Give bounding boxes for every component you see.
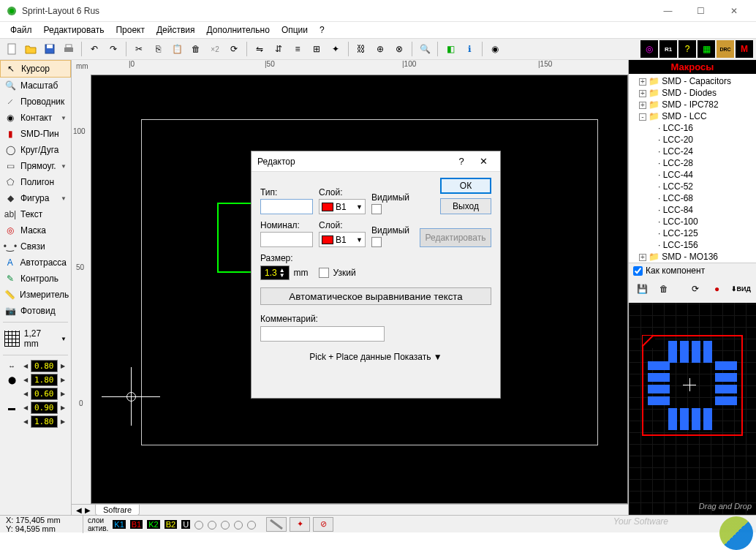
grid-display[interactable]: 1,27 mm ▼ [0, 325, 71, 352]
r1-icon[interactable]: R1 [659, 40, 677, 58]
tool6-icon[interactable]: ⛓ [352, 40, 370, 58]
macro-leaf[interactable]: · LCC-84 [630, 204, 755, 216]
tool-text[interactable]: ab|Текст [0, 206, 71, 222]
new-icon[interactable] [3, 40, 20, 58]
macro-leaf[interactable]: · LCC-24 [630, 146, 755, 157]
auto-align-button[interactable]: Автоматическое выравнивание текста [260, 287, 491, 305]
mirror-v-icon[interactable]: ⇵ [270, 40, 287, 58]
tool-cursor[interactable]: ↖Курсор [0, 60, 71, 78]
track-param-4[interactable]: ◀1.80▶ [3, 415, 68, 428]
grid2-icon[interactable]: ▦ [698, 40, 715, 58]
macro-leaf[interactable]: · LCC-68 [630, 192, 755, 204]
macro-node[interactable]: +📁 SMD - Diodes [630, 87, 755, 99]
type-layer-select[interactable]: B1▼ [319, 199, 366, 214]
status-mode2-icon[interactable]: ✦ [290, 517, 310, 532]
nominal-visible-checkbox[interactable] [371, 237, 382, 247]
paste-icon[interactable]: 📋 [168, 40, 186, 58]
board-tab[interactable]: Softrare [95, 505, 140, 516]
comment-input[interactable] [260, 326, 385, 342]
type-visible-checkbox[interactable] [371, 204, 382, 214]
dialog-close-button[interactable]: ✕ [472, 156, 494, 167]
undo-icon[interactable]: ↶ [86, 40, 103, 58]
macro-delete-icon[interactable]: 🗑 [655, 280, 673, 298]
macro-node[interactable]: -📁 SMD - LCC [630, 110, 755, 122]
tool-poly[interactable]: ⬠Полигон [0, 174, 71, 190]
pickplace-toggle[interactable]: Pick + Place данные Показать ▼ [260, 342, 491, 362]
menu-help[interactable]: ? [314, 23, 330, 37]
maximize-button[interactable]: ☐ [684, 0, 717, 22]
exit-button[interactable]: Выход [440, 198, 491, 214]
macro-preview[interactable]: Drag and Drop [629, 303, 756, 515]
rec-icon[interactable]: ◎ [640, 40, 658, 58]
nominal-layer-select[interactable]: B1▼ [319, 232, 366, 247]
macro-view-button[interactable]: ⬇ВИД [730, 280, 752, 298]
delete-icon[interactable]: 🗑 [187, 40, 205, 58]
tool10-icon[interactable]: ◉ [486, 40, 504, 58]
layer-radio-u[interactable] [247, 521, 256, 530]
status-mode3-icon[interactable]: ⊘ [313, 517, 333, 532]
save-icon[interactable] [41, 40, 58, 58]
macro-rec-icon[interactable]: ● [708, 280, 726, 298]
narrow-checkbox[interactable] [319, 268, 329, 278]
rotate-icon[interactable]: ⟳ [225, 40, 243, 58]
menu-project[interactable]: Проект [110, 23, 151, 37]
track-param-2[interactable]: ◀0.60▶ [3, 388, 68, 400]
macro-leaf[interactable]: · LCC-28 [630, 157, 755, 169]
macro-node[interactable]: +📁 SMD - MO136 [630, 251, 755, 263]
minimize-button[interactable]: — [651, 0, 684, 22]
duplicate-icon[interactable]: ×2 [206, 40, 224, 58]
open-icon[interactable] [22, 40, 39, 58]
macro-tree[interactable]: +📁 SMD - Capacitors+📁 SMD - Diodes+📁 SMD… [629, 74, 756, 263]
tool-link[interactable]: •‿•Связи [0, 238, 71, 255]
status-mode1-icon[interactable] [266, 517, 287, 532]
as-component-checkbox[interactable] [633, 266, 643, 276]
layer-radio-b1[interactable] [208, 521, 216, 530]
macro-leaf[interactable]: · LCC-44 [630, 169, 755, 181]
macro-leaf[interactable]: · LCC-20 [630, 134, 755, 146]
tool7-icon[interactable]: ⊕ [371, 40, 389, 58]
m-icon[interactable]: М [736, 40, 753, 58]
tool8-icon[interactable]: ⊗ [390, 40, 408, 58]
tool9-icon[interactable]: ◧ [442, 40, 459, 58]
tool-mask[interactable]: ◎Маска [0, 222, 71, 238]
tool-check[interactable]: ✎Контроль [0, 271, 71, 287]
macro-save-icon[interactable]: 💾 [633, 280, 651, 298]
menu-extra[interactable]: Дополнительно [201, 23, 276, 37]
copy-icon[interactable]: ⎘ [149, 40, 167, 58]
macro-leaf[interactable]: · LCC-156 [630, 239, 755, 251]
redo-icon[interactable]: ↷ [105, 40, 122, 58]
info-icon[interactable]: ℹ [461, 40, 478, 58]
tool5-icon[interactable]: ✦ [327, 40, 344, 58]
menu-file[interactable]: Файл [4, 23, 38, 37]
tool-track[interactable]: ⟋Проводник [0, 94, 71, 110]
tool-shape[interactable]: ◆Фигура▼ [0, 190, 71, 206]
macro-node[interactable]: +📁 SMD - IPC782 [630, 99, 755, 110]
mirror-h-icon[interactable]: ⇋ [251, 40, 268, 58]
print-icon[interactable] [60, 40, 78, 58]
cut-icon[interactable]: ✂ [130, 40, 148, 58]
macro-node[interactable]: +📁 SMD - Capacitors [630, 75, 755, 87]
layer-radio-b2[interactable] [234, 521, 243, 530]
menu-edit[interactable]: Редактировать [38, 23, 110, 37]
tool-measure[interactable]: 📏Измеритель [0, 287, 71, 303]
tool-photo[interactable]: 📷Фотовид [0, 303, 71, 319]
track-param-0[interactable]: ↔◀0.80▶ [3, 360, 68, 372]
ok-button[interactable]: ОК [440, 178, 491, 194]
tool-zoom[interactable]: 🔍Масштаб [0, 78, 71, 94]
tool-pad[interactable]: ◉Контакт▼ [0, 110, 71, 126]
macro-leaf[interactable]: · LCC-100 [630, 216, 755, 227]
size-value-box[interactable]: 1.3▲▼ [260, 265, 290, 280]
tool-smd[interactable]: ▮SMD-Пин [0, 126, 71, 142]
macro-leaf[interactable]: · LCC-16 [630, 122, 755, 134]
drc-icon[interactable]: DRC [717, 40, 734, 58]
close-button[interactable]: ✕ [717, 0, 750, 22]
dialog-help-button[interactable]: ? [450, 156, 472, 167]
layer-radio-k1[interactable] [194, 521, 203, 530]
macro-refresh-icon[interactable]: ⟳ [687, 280, 704, 298]
menu-options[interactable]: Опции [276, 23, 314, 37]
layer-radio-k2[interactable] [221, 521, 230, 530]
macro-leaf[interactable]: · LCC-52 [630, 181, 755, 192]
help2-icon[interactable]: ? [678, 40, 696, 58]
layer-selector[interactable]: K1 B1 K2 B2 U [113, 520, 190, 529]
tool-circle[interactable]: ◯Круг/Дуга [0, 142, 71, 158]
